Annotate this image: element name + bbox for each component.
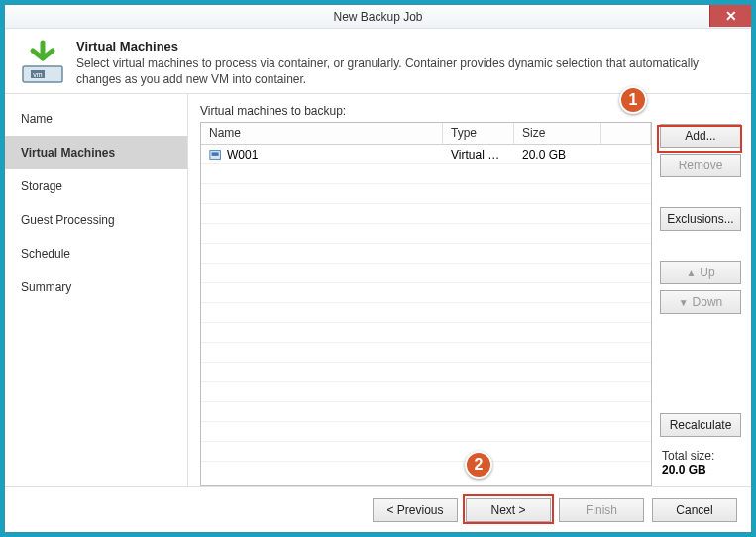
- page-description: Select virtual machines to process via c…: [76, 55, 737, 87]
- add-button[interactable]: Add...: [660, 124, 741, 148]
- close-icon: ✕: [725, 8, 737, 24]
- empty-row: [201, 363, 651, 382]
- total-size-label: Total size:: [662, 449, 739, 463]
- next-button[interactable]: Next >: [466, 498, 551, 522]
- svg-rect-4: [212, 152, 219, 156]
- callout-2: 2: [465, 451, 492, 479]
- grid-header: Name Type Size: [201, 123, 651, 145]
- close-button[interactable]: ✕: [709, 5, 751, 27]
- empty-row: [201, 442, 651, 462]
- cell-type: Virtual M...: [443, 148, 514, 161]
- sidebar-item-virtual-machines[interactable]: Virtual Machines: [5, 136, 187, 169]
- sidebar-item-guest-processing[interactable]: Guest Processing: [5, 203, 187, 237]
- sidebar-item-schedule[interactable]: Schedule: [5, 237, 187, 270]
- wizard-steps-sidebar: Name Virtual Machines Storage Guest Proc…: [5, 94, 188, 486]
- empty-row: [201, 402, 651, 422]
- vm-list-label: Virtual machines to backup:: [200, 104, 652, 118]
- header-text: Virtual Machines Select virtual machines…: [76, 39, 737, 87]
- exclusions-button[interactable]: Exclusions...: [660, 207, 741, 231]
- empty-row: [201, 244, 651, 264]
- page-title: Virtual Machines: [76, 39, 737, 54]
- up-button: ▲ Up: [660, 261, 741, 284]
- column-header-name[interactable]: Name: [201, 123, 443, 144]
- total-size-value: 20.0 GB: [662, 463, 739, 477]
- sidebar-item-summary[interactable]: Summary: [5, 270, 187, 304]
- main-panel: Virtual machines to backup: Name Type Si…: [188, 94, 751, 486]
- remove-button: Remove: [660, 154, 741, 177]
- empty-row: [201, 164, 651, 184]
- empty-row: [201, 264, 651, 283]
- body: Name Virtual Machines Storage Guest Proc…: [5, 93, 751, 486]
- finish-button: Finish: [559, 498, 644, 522]
- cell-size: 20.0 GB: [514, 148, 601, 161]
- dialog-window: New Backup Job ✕ vm Virtual Machines Sel…: [4, 4, 752, 533]
- arrow-down-icon: ▼: [679, 297, 689, 308]
- empty-row: [201, 184, 651, 204]
- column-header-spacer: [601, 123, 651, 144]
- wizard-footer: < Previous Next > Finish Cancel: [5, 486, 751, 532]
- total-size: Total size: 20.0 GB: [660, 443, 741, 486]
- side-button-panel: Add... Remove Exclusions... ▲ Up ▼ Down …: [660, 104, 741, 486]
- previous-button[interactable]: < Previous: [373, 498, 458, 522]
- empty-row: [201, 422, 651, 442]
- column-header-size[interactable]: Size: [514, 123, 601, 144]
- arrow-up-icon: ▲: [686, 268, 696, 278]
- column-header-type[interactable]: Type: [443, 123, 514, 144]
- empty-row: [201, 323, 651, 343]
- empty-row: [201, 343, 651, 363]
- empty-row: [201, 283, 651, 303]
- cell-name: W001: [227, 148, 258, 161]
- sidebar-item-name[interactable]: Name: [5, 102, 187, 136]
- window-title: New Backup Job: [333, 10, 422, 24]
- empty-row: [201, 303, 651, 323]
- callout-1: 1: [619, 86, 647, 114]
- grid-body: W001 Virtual M... 20.0 GB: [201, 145, 651, 485]
- cancel-button[interactable]: Cancel: [652, 498, 737, 522]
- sidebar-item-storage[interactable]: Storage: [5, 169, 187, 203]
- svg-text:vm: vm: [33, 71, 43, 78]
- vm-backup-icon: vm: [19, 39, 66, 86]
- vm-table-area: Virtual machines to backup: Name Type Si…: [200, 104, 652, 486]
- down-button: ▼ Down: [660, 290, 741, 314]
- header: vm Virtual Machines Select virtual machi…: [5, 29, 751, 93]
- empty-row: [201, 382, 651, 402]
- vm-grid[interactable]: Name Type Size W001: [200, 122, 652, 486]
- table-row[interactable]: W001 Virtual M... 20.0 GB: [201, 145, 651, 164]
- empty-row: [201, 224, 651, 244]
- empty-row: [201, 204, 651, 224]
- recalculate-button[interactable]: Recalculate: [660, 413, 741, 437]
- titlebar: New Backup Job ✕: [5, 5, 751, 29]
- vm-icon: [209, 148, 223, 161]
